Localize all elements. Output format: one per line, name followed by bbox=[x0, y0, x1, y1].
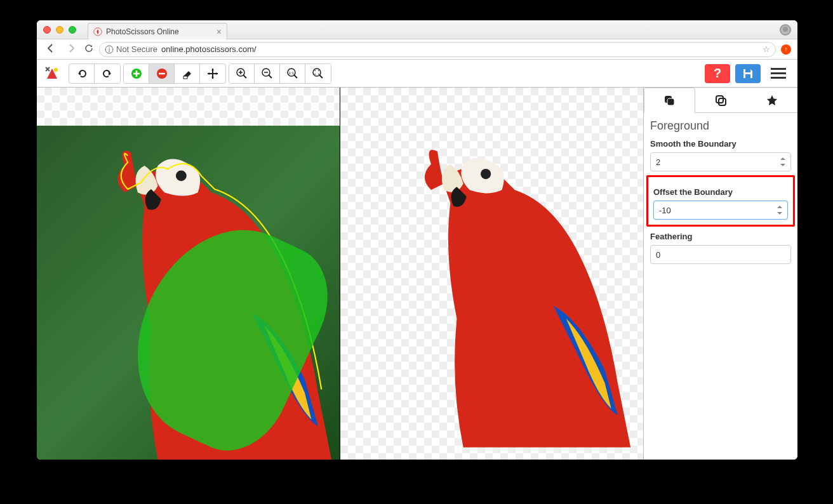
eraser-button[interactable] bbox=[175, 64, 200, 83]
background-marker-button[interactable] bbox=[149, 64, 175, 83]
url-text: online.photoscissors.com/ bbox=[161, 44, 763, 54]
zoom-out-button[interactable] bbox=[255, 64, 280, 83]
feather-label: Feathering bbox=[650, 232, 791, 241]
zoom-in-button[interactable] bbox=[229, 64, 255, 83]
layers-filled-icon bbox=[663, 94, 676, 107]
maximize-window-button[interactable] bbox=[69, 26, 76, 34]
star-icon bbox=[766, 94, 778, 107]
marker-group bbox=[123, 63, 226, 84]
browser-window: PhotoScissors Online × i Not Secure onli… bbox=[37, 20, 797, 460]
svg-point-4 bbox=[54, 68, 58, 72]
back-button[interactable] bbox=[43, 41, 58, 58]
save-button[interactable] bbox=[735, 64, 761, 83]
svg-point-16 bbox=[481, 169, 491, 179]
history-group bbox=[69, 63, 121, 84]
sidebar-body: Foreground Smooth the Boundary 2 Offset … bbox=[644, 113, 797, 270]
smooth-input[interactable]: 2 bbox=[650, 152, 791, 171]
svg-point-15 bbox=[176, 170, 187, 181]
help-button[interactable]: ? bbox=[705, 64, 730, 83]
stepper-icon[interactable] bbox=[777, 206, 782, 215]
save-icon bbox=[742, 67, 754, 80]
foreground-marker-button[interactable] bbox=[124, 64, 149, 83]
svg-text:1:1: 1:1 bbox=[288, 71, 294, 75]
zoom-fit-button[interactable] bbox=[305, 64, 331, 83]
tab-background[interactable] bbox=[695, 88, 747, 112]
tab-close-button[interactable]: × bbox=[217, 27, 222, 37]
undo-button[interactable] bbox=[69, 64, 95, 83]
forward-button[interactable] bbox=[63, 41, 79, 58]
hamburger-menu-button[interactable] bbox=[766, 64, 791, 83]
tab-title: PhotoScissors Online bbox=[106, 27, 179, 36]
redo-button[interactable] bbox=[95, 64, 120, 83]
sidebar-tabs bbox=[644, 88, 797, 113]
svg-rect-18 bbox=[667, 98, 674, 105]
offset-label: Offset the Boundary bbox=[653, 187, 788, 197]
app-toolbar: 1:1 ? bbox=[37, 60, 797, 88]
panel-title: Foreground bbox=[650, 119, 791, 133]
address-bar: i Not Secure online.photoscissors.com/ ☆… bbox=[37, 39, 797, 60]
minimize-window-button[interactable] bbox=[56, 26, 63, 34]
info-icon: i bbox=[105, 45, 114, 54]
favicon-icon bbox=[93, 27, 102, 36]
stepper-icon[interactable] bbox=[780, 157, 785, 166]
offset-input[interactable]: -10 bbox=[653, 201, 788, 220]
browser-tab[interactable]: PhotoScissors Online × bbox=[88, 23, 227, 39]
close-window-button[interactable] bbox=[43, 26, 51, 34]
svg-rect-7 bbox=[183, 76, 187, 79]
svg-rect-14 bbox=[745, 74, 750, 78]
move-button[interactable] bbox=[200, 64, 225, 83]
smooth-label: Smooth the Boundary bbox=[650, 139, 791, 149]
result-image bbox=[386, 126, 643, 448]
layers-outline-icon bbox=[714, 94, 727, 107]
bookmark-star-icon[interactable]: ☆ bbox=[763, 44, 770, 54]
feather-input[interactable]: 0 bbox=[650, 245, 791, 264]
offset-highlight: Offset the Boundary -10 bbox=[646, 175, 795, 227]
svg-text:i: i bbox=[109, 46, 110, 53]
svg-rect-13 bbox=[745, 69, 750, 72]
security-indicator[interactable]: i Not Secure bbox=[105, 44, 157, 54]
zoom-group: 1:1 bbox=[229, 63, 331, 84]
url-input[interactable]: i Not Secure online.photoscissors.com/ ☆ bbox=[99, 42, 776, 57]
source-pane[interactable] bbox=[37, 88, 340, 460]
result-pane[interactable] bbox=[340, 88, 643, 460]
app-logo-icon bbox=[43, 65, 61, 83]
tab-favorites[interactable] bbox=[746, 88, 797, 112]
zoom-actual-button[interactable]: 1:1 bbox=[280, 64, 305, 83]
tab-foreground[interactable] bbox=[644, 88, 695, 113]
content-area: Foreground Smooth the Boundary 2 Offset … bbox=[37, 88, 797, 460]
titlebar: PhotoScissors Online × bbox=[37, 20, 797, 39]
properties-sidebar: Foreground Smooth the Boundary 2 Offset … bbox=[643, 88, 797, 460]
extension-icon[interactable]: ↑ bbox=[781, 44, 791, 55]
profile-avatar-icon[interactable] bbox=[780, 24, 791, 36]
window-controls bbox=[43, 26, 76, 34]
canvas-area bbox=[37, 88, 643, 460]
reload-button[interactable] bbox=[84, 43, 94, 56]
